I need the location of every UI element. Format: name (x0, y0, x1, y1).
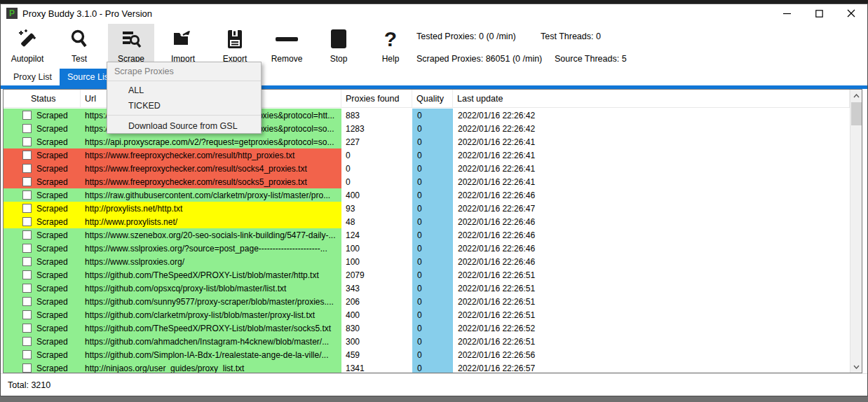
row-checkbox[interactable] (22, 164, 32, 173)
status-text: Scraped (36, 190, 68, 200)
magnifier-icon (68, 24, 90, 54)
row-checkbox[interactable] (22, 337, 32, 346)
table-row[interactable]: Scrapedhttps://www.freeproxychecker.com/… (4, 175, 850, 188)
row-checkbox[interactable] (22, 324, 32, 333)
row-checkbox[interactable] (22, 124, 32, 133)
url-cell: http://www.proxylists.net/ (81, 215, 341, 228)
row-checkbox[interactable] (22, 190, 32, 200)
url-cell: https://api.proxyscrape.com/v2/?request=… (81, 135, 341, 148)
scroll-down-icon[interactable] (850, 361, 862, 373)
table-row[interactable]: Scrapedhttps://github.com/sunny9577/prox… (4, 295, 850, 308)
row-checkbox[interactable] (22, 217, 32, 226)
row-checkbox[interactable] (22, 363, 32, 373)
row-checkbox[interactable] (22, 151, 32, 160)
status-text: Scraped (36, 111, 68, 120)
tab-proxy-list[interactable]: Proxy List (6, 69, 60, 85)
status-text: Scraped (36, 350, 68, 360)
row-checkbox[interactable] (22, 270, 32, 279)
menu-item-ticked[interactable]: TICKED (107, 98, 261, 113)
url-cell: https://github.com/TheSpeedX/PROXY-List/… (81, 321, 341, 335)
table-row[interactable]: Scrapedhttps://github.com/opsxcq/proxy-l… (4, 282, 850, 295)
quality-cell: 0 (412, 255, 453, 268)
table-row[interactable]: Scrapedhttps://github.com/ahmadchen/Inst… (4, 335, 850, 348)
status-text: Scraped (36, 217, 68, 227)
url-cell: https://github.com/sunny9577/proxy-scrap… (81, 295, 341, 308)
row-checkbox[interactable] (22, 204, 32, 213)
row-checkbox[interactable] (22, 350, 32, 359)
row-checkbox[interactable] (22, 111, 32, 120)
tested-proxies-label: Tested Proxies: (416, 32, 476, 41)
table-row[interactable]: Scrapedhttps://www.freeproxychecker.com/… (4, 148, 850, 162)
help-button[interactable]: ? Help (367, 24, 414, 66)
scraped-proxies-stat: Scraped Proxies: 86051 (0 /min) (416, 54, 542, 64)
table-row[interactable]: Scrapedhttp://www.proxylists.net/4802022… (4, 215, 850, 228)
maximize-button[interactable] (803, 4, 835, 22)
table-row[interactable]: Scrapedhttps://github.com/clarketm/proxy… (4, 308, 850, 321)
table-row[interactable]: Scrapedhttps://www.freeproxychecker.com/… (4, 162, 850, 175)
table-row[interactable]: Scrapedhttps://github.com/TheSpeedX/PROX… (4, 268, 850, 282)
column-header-quality[interactable]: Quality (412, 90, 453, 107)
status-text: Scraped (36, 284, 68, 293)
table-row[interactable]: Scrapedhttps://github.com/Simplon-IA-Bdx… (4, 348, 850, 361)
last-update-cell: 2022/01/16 22:26:56 (453, 348, 850, 361)
stop-button[interactable]: Stop (316, 24, 362, 66)
proxies-found-cell: 93 (341, 202, 412, 215)
quality-cell: 0 (412, 228, 453, 242)
table-row[interactable]: Scrapedhttp://proxylists.net/http.txt930… (4, 202, 850, 215)
status-cell: Scraped (4, 175, 81, 188)
close-button[interactable] (835, 4, 867, 22)
row-checkbox[interactable] (22, 310, 32, 319)
url-cell: https://www.freeproxychecker.com/result/… (81, 162, 341, 175)
proxies-found-cell: 206 (341, 295, 412, 308)
table-row[interactable]: Scrapedhttps://www.szenebox.org/20-seo-s… (4, 228, 850, 242)
scraped-proxies-label: Scraped Proxies: (416, 54, 483, 64)
proxies-found-cell: 400 (341, 308, 412, 321)
row-checkbox[interactable] (22, 137, 32, 146)
source-threads-stat: Source Threads: 5 (555, 54, 627, 64)
column-header-proxies-found[interactable]: Proxies found (341, 90, 412, 107)
row-checkbox[interactable] (22, 177, 32, 186)
row-checkbox[interactable] (22, 284, 32, 293)
table-row[interactable]: Scrapedhttps://www.sslproxies.org/?sourc… (4, 242, 850, 255)
window-title: Proxy Buddy 3.1.0 - Pro Version (22, 8, 152, 19)
quality-cell: 0 (412, 175, 453, 188)
row-checkbox[interactable] (22, 230, 32, 240)
column-header-last-update[interactable]: Last update (453, 90, 850, 107)
scroll-up-icon[interactable] (850, 90, 862, 102)
quality-cell: 0 (412, 348, 453, 361)
close-icon (847, 9, 855, 18)
row-checkbox[interactable] (22, 297, 32, 306)
menu-item-download-source-gsl[interactable]: Download Source from GSL (107, 117, 261, 134)
url-cell: https://github.com/Simplon-IA-Bdx-1/real… (81, 348, 341, 361)
minimize-button[interactable] (771, 4, 803, 22)
table-body: Scrapedhttps://api.proxyscrape.com/v2/?r… (4, 109, 850, 373)
quality-cell: 0 (412, 282, 453, 295)
status-text: Scraped (36, 297, 68, 307)
minus-icon (273, 24, 301, 54)
status-cell: Scraped (4, 162, 81, 175)
export-button[interactable]: Export (212, 24, 258, 66)
test-threads-stat: Test Threads: 0 (541, 32, 601, 41)
autopilot-button[interactable]: Autopilot (4, 24, 50, 66)
test-button[interactable]: Test (56, 24, 102, 66)
scrape-button[interactable]: Scrape (108, 24, 154, 66)
menu-item-all[interactable]: ALL (107, 83, 261, 98)
proxies-found-cell: 1341 (341, 361, 412, 373)
table-row[interactable]: Scrapedhttp://ninjaos.org/user_guides/pr… (4, 361, 850, 373)
table-row[interactable]: Scrapedhttps://github.com/TheSpeedX/PROX… (4, 321, 850, 335)
table-row[interactable]: Scrapedhttps://api.proxyscrape.com/v2/?r… (4, 135, 850, 148)
import-button[interactable]: Import (160, 24, 206, 66)
quality-cell: 0 (412, 202, 453, 215)
row-checkbox[interactable] (22, 244, 32, 253)
table-row[interactable]: Scrapedhttps://www.sslproxies.org/100020… (4, 255, 850, 268)
status-text: Scraped (36, 137, 68, 147)
column-header-status[interactable]: Status (4, 90, 81, 107)
last-update-cell: 2022/01/16 22:26:41 (453, 175, 850, 188)
row-checkbox[interactable] (22, 257, 32, 266)
status-cell: Scraped (4, 348, 81, 361)
vertical-scrollbar[interactable] (850, 90, 862, 373)
remove-button[interactable]: Remove (264, 24, 310, 66)
scrollbar-thumb[interactable] (851, 102, 862, 125)
table-row[interactable]: Scrapedhttps://raw.githubusercontent.com… (4, 188, 850, 202)
url-cell: https://www.szenebox.org/20-seo-socials-… (81, 228, 341, 242)
